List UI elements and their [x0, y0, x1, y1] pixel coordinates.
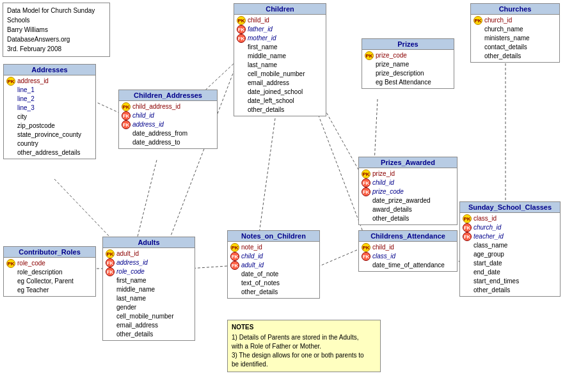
- entity-adults: Adults PKadult_id FKaddress_id FKrole_co…: [102, 237, 195, 341]
- notes-line2: with a Role of Father or Mother.: [232, 342, 376, 351]
- adults-fields: PKadult_id FKaddress_id FKrole_code firs…: [103, 248, 195, 340]
- prizes-awarded-fields: PKprize_id FKchild_id FKprize_code date_…: [359, 168, 457, 224]
- diagram: Data Model for Church Sunday Schools Bar…: [0, 0, 565, 392]
- info-box: Data Model for Church Sunday Schools Bar…: [3, 3, 110, 57]
- childrens-attendance-fields: PKchild_id FKclass_id date_time_of_atten…: [359, 242, 457, 271]
- entity-childrens-attendance: Childrens_Attendance PKchild_id FKclass_…: [358, 230, 458, 272]
- churches-header: Churches: [471, 4, 559, 15]
- notes-line1: 1) Details of Parents are stored in the …: [232, 333, 376, 342]
- contributor-roles-header: Contributor_Roles: [4, 247, 95, 258]
- entity-contributor-roles: Contributor_Roles PKrole_code role_descr…: [3, 246, 96, 297]
- info-line2: Barry Williams: [7, 25, 106, 35]
- prizes-fields: PKprize_code prize_name prize_descriptio…: [362, 50, 454, 88]
- notes-on-children-header: Notes_on_Children: [228, 231, 319, 242]
- notes-header: NOTES: [232, 323, 376, 332]
- entity-children-addresses: Children_Addresses PKchild_address_id FK…: [118, 90, 218, 149]
- svg-line-9: [314, 102, 365, 237]
- svg-line-6: [134, 160, 157, 249]
- children-header: Children: [234, 4, 326, 15]
- addresses-fields: PKaddress_id line_1 line_2 line_3 city z…: [4, 75, 95, 159]
- entity-notes-on-children: Notes_on_Children PKnote_id FKchild_id F…: [227, 230, 320, 299]
- notes-box: NOTES 1) Details of Parents are stored i…: [227, 320, 381, 372]
- sunday-school-classes-header: Sunday_School_Classes: [460, 202, 560, 213]
- childrens-attendance-header: Childrens_Attendance: [359, 231, 457, 242]
- info-line4: 3rd. February 2008: [7, 44, 106, 54]
- sunday-school-classes-fields: PKclass_id FKchurch_id FKteacher_id clas…: [460, 213, 560, 296]
- info-line3: DatabaseAnswers.org: [7, 35, 106, 44]
- notes-line3: 3) The design allows for one or both par…: [232, 351, 376, 360]
- entity-addresses: Addresses PKaddress_id line_1 line_2 lin…: [3, 64, 96, 159]
- churches-fields: PKchurch_id church_name ministers_name c…: [471, 15, 559, 62]
- entity-churches: Churches PKchurch_id church_name ministe…: [470, 3, 560, 63]
- entity-children: Children PKchild_id FKfather_id FKmother…: [234, 3, 326, 116]
- svg-line-4: [259, 118, 275, 233]
- prizes-awarded-header: Prizes_Awarded: [359, 157, 457, 168]
- children-fields: PKchild_id FKfather_id FKmother_id first…: [234, 15, 326, 116]
- contributor-roles-fields: PKrole_code role_description eg Collecto…: [4, 258, 95, 296]
- children-addresses-fields: PKchild_address_id FKchild_id FKaddress_…: [119, 101, 217, 148]
- prizes-header: Prizes: [362, 39, 454, 50]
- svg-line-3: [374, 99, 378, 163]
- children-addresses-header: Children_Addresses: [119, 90, 217, 101]
- entity-prizes: Prizes PKprize_code prize_name prize_des…: [362, 38, 454, 89]
- addresses-header: Addresses: [4, 65, 95, 75]
- notes-line4: be identified.: [232, 360, 376, 369]
- svg-line-12: [314, 249, 358, 269]
- notes-on-children-fields: PKnote_id FKchild_id FKadult_id date_of_…: [228, 242, 319, 298]
- entity-sunday-school-classes: Sunday_School_Classes PKclass_id FKchurc…: [459, 201, 561, 297]
- info-line1: Data Model for Church Sunday Schools: [7, 6, 106, 25]
- entity-prizes-awarded: Prizes_Awarded PKprize_id FKchild_id FKp…: [358, 157, 458, 225]
- adults-header: Adults: [103, 237, 195, 248]
